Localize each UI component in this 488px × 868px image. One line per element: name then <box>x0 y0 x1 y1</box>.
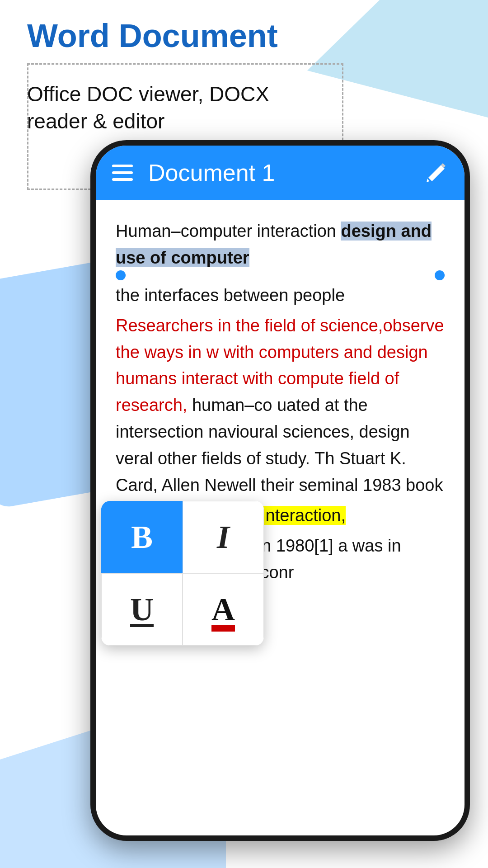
format-toolbar: B I U A <box>101 501 264 646</box>
paragraph-2: the interfaces between people <box>116 282 445 309</box>
phone-outer: Document 1 Human–computer interaction de… <box>90 140 470 841</box>
menu-icon[interactable] <box>112 165 133 181</box>
app-toolbar: Document 1 <box>96 146 465 200</box>
bg-decoration-top <box>307 0 488 118</box>
selection-handle-right[interactable] <box>435 270 445 280</box>
header-section: Word Document Office DOC viewer, DOCX re… <box>27 18 278 135</box>
toolbar-title: Document 1 <box>144 159 413 186</box>
color-letter: A <box>211 591 235 628</box>
bold-button[interactable]: B <box>101 501 183 573</box>
underline-button[interactable]: U <box>101 573 183 646</box>
phone-screen: Document 1 Human–computer interaction de… <box>96 146 465 835</box>
phone-mockup: Document 1 Human–computer interaction de… <box>90 140 488 854</box>
text-color-button[interactable]: A <box>183 573 264 646</box>
italic-button[interactable]: I <box>183 501 264 573</box>
doc-text-intro: Human–computer interaction <box>116 222 341 241</box>
app-subtitle: Office DOC viewer, DOCX reader & editor <box>27 81 278 135</box>
edit-icon[interactable] <box>424 160 448 185</box>
paragraph-1: Human–computer interaction design and us… <box>116 218 445 271</box>
paragraph-3-red: Researchers in the field of science,obse… <box>116 312 445 499</box>
app-title: Word Document <box>27 18 278 54</box>
selection-handle-left[interactable] <box>116 270 126 280</box>
color-underline-indicator <box>211 625 235 632</box>
doc-text-interfaces: the interfaces between people <box>116 286 345 305</box>
